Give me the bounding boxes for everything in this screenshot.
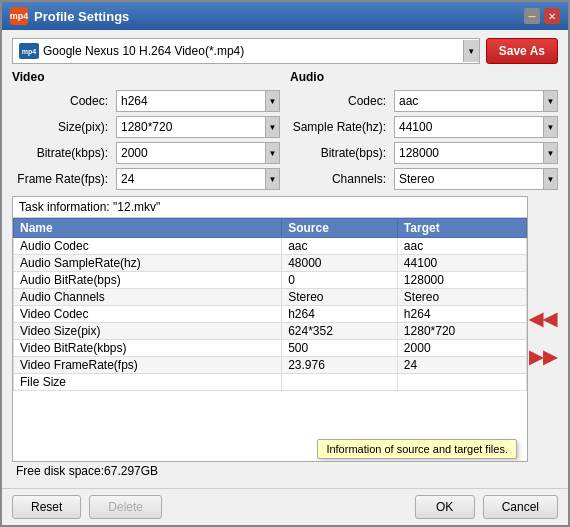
profile-row: mp4 Google Nexus 10 H.264 Video(*.mp4) ▼… — [12, 38, 558, 64]
cell-target — [397, 374, 526, 391]
delete-button[interactable]: Delete — [89, 495, 162, 519]
audio-samplerate-select[interactable]: 44100 ▼ — [394, 116, 558, 138]
cell-name: File Size — [14, 374, 282, 391]
audio-samplerate-row: Sample Rate(hz): 44100 ▼ — [290, 116, 558, 138]
cell-name: Audio SampleRate(hz) — [14, 255, 282, 272]
window-icon: mp4 — [10, 7, 28, 25]
cell-name: Audio Channels — [14, 289, 282, 306]
bottom-right-buttons: OK Cancel — [415, 495, 558, 519]
side-arrows: ◀◀ ▶▶ — [528, 196, 558, 480]
cell-target: aac — [397, 238, 526, 255]
settings-row: Video Codec: h264 ▼ Size(pix): 1280*720 … — [12, 70, 558, 190]
audio-channels-select[interactable]: Stereo ▼ — [394, 168, 558, 190]
video-bitrate-label: Bitrate(kbps): — [12, 146, 112, 160]
audio-section: Audio Codec: aac ▼ Sample Rate(hz): 4410… — [290, 70, 558, 190]
video-framerate-select[interactable]: 24 ▼ — [116, 168, 280, 190]
cell-source: 23.976 — [282, 357, 398, 374]
profile-dropdown[interactable]: mp4 Google Nexus 10 H.264 Video(*.mp4) ▼ — [12, 38, 480, 64]
cell-target: h264 — [397, 306, 526, 323]
cell-target: 24 — [397, 357, 526, 374]
audio-channels-value: Stereo — [399, 172, 434, 186]
minimize-button[interactable]: ─ — [524, 8, 540, 24]
video-size-row: Size(pix): 1280*720 ▼ — [12, 116, 280, 138]
audio-codec-select[interactable]: aac ▼ — [394, 90, 558, 112]
audio-bitrate-value: 128000 — [399, 146, 439, 160]
title-bar: mp4 Profile Settings ─ ✕ — [2, 2, 568, 30]
audio-channels-row: Channels: Stereo ▼ — [290, 168, 558, 190]
audio-samplerate-label: Sample Rate(hz): — [290, 120, 390, 134]
col-header-source: Source — [282, 219, 398, 238]
audio-codec-value: aac — [399, 94, 418, 108]
table-row: Video BitRate(kbps)5002000 — [14, 340, 527, 357]
bottom-bar: Reset Delete OK Cancel — [2, 488, 568, 525]
title-bar-left: mp4 Profile Settings — [10, 7, 129, 25]
task-info-title: Task information: "12.mkv" — [13, 197, 527, 218]
title-controls: ─ ✕ — [524, 8, 560, 24]
cell-source: 500 — [282, 340, 398, 357]
ok-button[interactable]: OK — [415, 495, 475, 519]
reset-button[interactable]: Reset — [12, 495, 81, 519]
video-bitrate-value: 2000 — [121, 146, 148, 160]
cell-name: Video FrameRate(fps) — [14, 357, 282, 374]
audio-section-title: Audio — [290, 70, 558, 84]
cell-name: Audio Codec — [14, 238, 282, 255]
cell-target: Stereo — [397, 289, 526, 306]
video-size-select[interactable]: 1280*720 ▼ — [116, 116, 280, 138]
video-bitrate-row: Bitrate(kbps): 2000 ▼ — [12, 142, 280, 164]
col-header-target: Target — [397, 219, 526, 238]
audio-channels-label: Channels: — [290, 172, 390, 186]
audio-bitrate-select[interactable]: 128000 ▼ — [394, 142, 558, 164]
table-row: Audio BitRate(bps)0128000 — [14, 272, 527, 289]
profile-file-icon: mp4 — [19, 43, 39, 59]
cell-name: Video BitRate(kbps) — [14, 340, 282, 357]
video-size-arrow[interactable]: ▼ — [265, 117, 279, 137]
video-bitrate-select[interactable]: 2000 ▼ — [116, 142, 280, 164]
cell-source: Stereo — [282, 289, 398, 306]
task-info-panel: Task information: "12.mkv" Name Source T… — [12, 196, 528, 462]
table-row: Audio ChannelsStereoStereo — [14, 289, 527, 306]
audio-bitrate-arrow[interactable]: ▼ — [543, 143, 557, 163]
table-row: Audio Codecaacaac — [14, 238, 527, 255]
profile-dropdown-arrow[interactable]: ▼ — [463, 40, 479, 62]
video-codec-label: Codec: — [12, 94, 112, 108]
task-info-table: Name Source Target Audio CodecaacaacAudi… — [13, 218, 527, 391]
table-row: Video Size(pix)624*3521280*720 — [14, 323, 527, 340]
audio-channels-arrow[interactable]: ▼ — [543, 169, 557, 189]
cell-target: 2000 — [397, 340, 526, 357]
audio-codec-arrow[interactable]: ▼ — [543, 91, 557, 111]
cancel-button[interactable]: Cancel — [483, 495, 558, 519]
cell-source: aac — [282, 238, 398, 255]
cell-target: 128000 — [397, 272, 526, 289]
save-as-button[interactable]: Save As — [486, 38, 558, 64]
cell-name: Video Size(pix) — [14, 323, 282, 340]
main-area: Task information: "12.mkv" Name Source T… — [12, 196, 558, 480]
cell-source: 0 — [282, 272, 398, 289]
video-framerate-row: Frame Rate(fps): 24 ▼ — [12, 168, 280, 190]
forward-button[interactable]: ▶▶ — [529, 348, 557, 366]
col-header-name: Name — [14, 219, 282, 238]
table-row: Video FrameRate(fps)23.97624 — [14, 357, 527, 374]
audio-codec-label: Codec: — [290, 94, 390, 108]
table-row: Audio SampleRate(hz)4800044100 — [14, 255, 527, 272]
video-codec-row: Codec: h264 ▼ — [12, 90, 280, 112]
cell-target: 1280*720 — [397, 323, 526, 340]
video-framerate-arrow[interactable]: ▼ — [265, 169, 279, 189]
video-framerate-value: 24 — [121, 172, 134, 186]
audio-samplerate-arrow[interactable]: ▼ — [543, 117, 557, 137]
table-header-row: Name Source Target — [14, 219, 527, 238]
tooltip-box: Information of source and target files. — [317, 439, 517, 459]
table-row: File Size — [14, 374, 527, 391]
rewind-button[interactable]: ◀◀ — [529, 310, 557, 328]
close-button[interactable]: ✕ — [544, 8, 560, 24]
video-codec-arrow[interactable]: ▼ — [265, 91, 279, 111]
cell-source: 624*352 — [282, 323, 398, 340]
video-size-value: 1280*720 — [121, 120, 172, 134]
video-size-label: Size(pix): — [12, 120, 112, 134]
audio-bitrate-label: Bitrate(bps): — [290, 146, 390, 160]
video-framerate-label: Frame Rate(fps): — [12, 172, 112, 186]
cell-source: 48000 — [282, 255, 398, 272]
video-bitrate-arrow[interactable]: ▼ — [265, 143, 279, 163]
task-table-body: Audio CodecaacaacAudio SampleRate(hz)480… — [14, 238, 527, 391]
cell-name: Video Codec — [14, 306, 282, 323]
video-codec-select[interactable]: h264 ▼ — [116, 90, 280, 112]
